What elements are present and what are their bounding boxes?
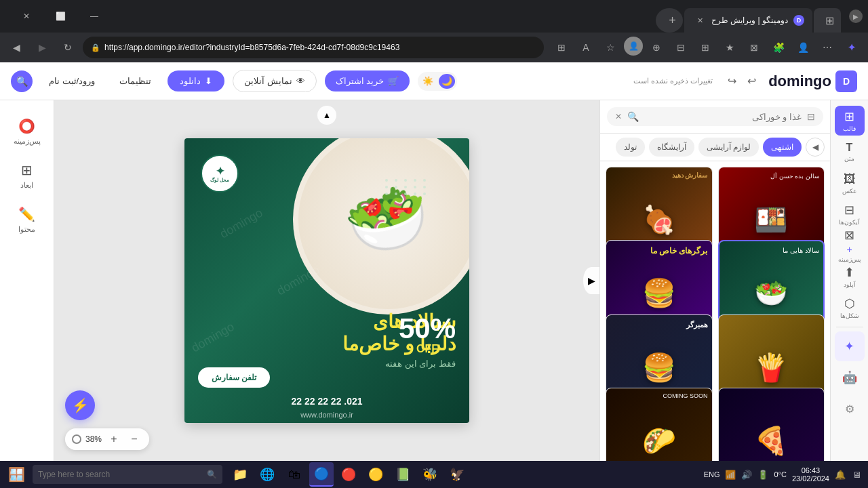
template-icon: ⊞ (844, 109, 854, 124)
taskbar-app-explorer[interactable]: 📁 (228, 462, 252, 487)
taskbar-app-store[interactable]: 🛍 (282, 462, 307, 487)
taskbar-desktop-icon[interactable]: 🖥 (851, 468, 863, 481)
taskbar-clock[interactable]: 06:43 23/02/2024 (792, 466, 829, 483)
undo-redo-controls: ↩ ↪ (724, 72, 760, 90)
taskbar-network-icon[interactable]: 📶 (724, 468, 737, 481)
expand-up-btn[interactable]: ▲ (317, 106, 336, 125)
refresh-btn[interactable]: ↻ (57, 37, 79, 58)
canvas-offer: 50% OFF (399, 314, 456, 355)
sidebar-text-btn[interactable]: T متن (835, 137, 865, 167)
sidebar-ai-btn[interactable]: 🤖 (835, 363, 865, 392)
buy-label: خرید اشتراک (336, 76, 384, 86)
apps-btn[interactable]: ⊞ (551, 37, 572, 58)
undo-btn[interactable]: ↩ (743, 72, 760, 90)
search-input[interactable] (644, 112, 802, 122)
taskbar-language-icon[interactable]: ENG (703, 469, 722, 480)
sidebar-bg-btn[interactable]: ⊠ + پس‌زمینه (835, 230, 865, 260)
search-toggle-btn[interactable]: 🔍 (11, 70, 33, 92)
show-online-button[interactable]: 👁 نمایش آنلاین (233, 70, 317, 92)
sidebar-upload-btn[interactable]: ⬆ آپلود (835, 262, 865, 291)
template-card-7[interactable]: 🌮 COMING SOON 🛒 (606, 388, 713, 461)
settings-button[interactable]: تنظیمات (111, 70, 159, 92)
panel-collapse-btn[interactable]: ▶ (583, 267, 599, 294)
forward-btn[interactable]: ▶ (31, 37, 53, 58)
address-input[interactable]: 🔒 https://app.domingo.ir/editor?industry… (83, 37, 544, 58)
fab-button[interactable]: ⚡ (65, 390, 95, 420)
template-preview-8: 🍕 🛒 (719, 388, 825, 461)
taskbar-app-edge[interactable]: 🌐 (255, 462, 279, 487)
profile-btn[interactable]: 👤 (624, 37, 643, 56)
zoom-in-btn[interactable]: + (106, 431, 122, 447)
filter-button[interactable]: ⊟ (807, 111, 815, 122)
download-button[interactable]: ⬇ دانلود (167, 70, 224, 92)
template-2-emoji: 🍱 (754, 204, 788, 236)
taskbar-app-red[interactable]: 🔴 (336, 462, 361, 487)
moon-toggle[interactable]: 🌙 (439, 74, 455, 89)
taskbar-app-word[interactable]: 📗 (391, 462, 415, 487)
cat-prev-btn[interactable]: ◀ (806, 138, 825, 157)
buy-button[interactable]: 🛒 خرید اشتراک (325, 70, 410, 92)
close-btn[interactable]: ✕ (11, 5, 42, 27)
minimize-btn[interactable]: — (79, 5, 110, 27)
tool-dimensions[interactable]: ⊞ ابعاد (3, 155, 52, 197)
photo-btn-label: عکس (842, 188, 856, 195)
cat-tab-salon[interactable]: آرایشگاه (649, 138, 694, 157)
taskbar-volume-icon[interactable]: 🔊 (740, 468, 753, 481)
cat-tab-food[interactable]: اشتهی (763, 138, 802, 157)
design-canvas[interactable]: 🥗 ✦ محل لوگ ﺳﺒﺎﻻد ﻫﺎی (184, 138, 469, 423)
split-btn[interactable]: ⊞ (694, 37, 716, 58)
taskbar-app-chrome[interactable]: 🟡 (363, 462, 388, 487)
template-card-8[interactable]: 🍕 🛒 (718, 388, 825, 461)
read-btn[interactable]: A (575, 37, 597, 58)
tab-new2[interactable]: + (656, 8, 683, 33)
taskbar-notification-icon[interactable]: 🔔 (833, 468, 847, 481)
search-icon: 🔍 (627, 111, 639, 122)
sidebar-btn[interactable]: ⊟ (670, 37, 692, 58)
dimensions-label: ابعاد (20, 181, 33, 190)
more-btn[interactable]: ⋯ (816, 37, 838, 58)
sidebar-template-btn[interactable]: ⊞ قالب (835, 106, 865, 136)
canvas-area[interactable]: 🥗 ✦ محل لوگ ﺳﺒﺎﻻد ﻫﺎی (54, 100, 599, 461)
cat-tab-cosmetics[interactable]: لوازم آرایشی (698, 138, 759, 157)
collections-btn[interactable]: ⊠ (743, 37, 765, 58)
taskbar-search-input[interactable] (33, 465, 222, 484)
start-button[interactable]: 🪟 (0, 461, 33, 488)
sidebar-icons-btn[interactable]: ⊟ آیکون‌ها (835, 199, 865, 229)
bookmark-btn[interactable]: ☆ (599, 37, 621, 58)
main-layout: ⭕ پس‌زمینه ⊞ ابعاد ✏️ محتوا 🥗 (0, 100, 868, 461)
sidebar-settings-btn[interactable]: ⚙ (835, 394, 865, 424)
back-btn[interactable]: ◀ (5, 37, 27, 58)
maximize-btn[interactable]: ⬜ (45, 5, 76, 27)
taskbar-app-eagle[interactable]: 🦅 (445, 462, 469, 487)
sidebar-shapes-btn[interactable]: ⬡ شکل‌ها (835, 293, 865, 323)
zoom-out-btn[interactable]: − (126, 431, 142, 447)
tab-new[interactable]: ⊞ (814, 8, 841, 33)
taskbar-battery-icon[interactable]: 🔋 (756, 468, 770, 481)
extensions2-btn[interactable]: 🧩 (768, 37, 789, 58)
sidebar-photo-btn[interactable]: 🖼 عکس (835, 168, 865, 198)
extensions-btn[interactable]: ⊕ (646, 37, 667, 58)
account-btn[interactable]: 👤 (792, 37, 814, 58)
redo-btn[interactable]: ↪ (724, 72, 741, 90)
browser-tabs: ⊞ D دومینگو | ویرایش طرح ✕ + (113, 0, 841, 33)
tab-domingo[interactable]: D دومینگو | ویرایش طرح ✕ (684, 8, 812, 33)
sidebar-copilot-btn[interactable]: ✦ (835, 331, 865, 361)
tool-background[interactable]: ⭕ پس‌زمینه (3, 111, 52, 152)
search-box: ⊟ 🔍 ✕ (607, 107, 823, 126)
copilot-btn[interactable]: ✦ (841, 37, 863, 58)
tab-close-btn[interactable]: ✕ (695, 15, 706, 26)
right-icon-sidebar: ⊞ قالب T متن 🖼 عکس ⊟ آیکون‌ها ⊠ + پس‌زمی… (830, 100, 868, 461)
cat-tab-birthday[interactable]: تولد (616, 138, 645, 157)
template-preview-7: 🌮 COMING SOON 🛒 (606, 388, 712, 461)
logo-badge-icon: ✦ (216, 165, 224, 178)
taskbar-app-browser[interactable]: 🔵 (309, 462, 334, 487)
login-button[interactable]: ورود/ثبت نام (41, 70, 103, 92)
sun-toggle[interactable]: ☀️ (420, 74, 436, 89)
template-2-text: سالن بده حسن آل (770, 173, 820, 180)
zoom-control: 38% + − (65, 428, 149, 450)
search-clear-btn[interactable]: ✕ (615, 112, 622, 121)
taskbar-app-bee[interactable]: 🐝 (418, 462, 442, 487)
tool-content[interactable]: ✏️ محتوا (3, 199, 52, 241)
favorites-btn[interactable]: ★ (719, 37, 741, 58)
canvas-container: 🥗 ✦ محل لوگ ﺳﺒﺎﻻد ﻫﺎی (184, 138, 469, 423)
